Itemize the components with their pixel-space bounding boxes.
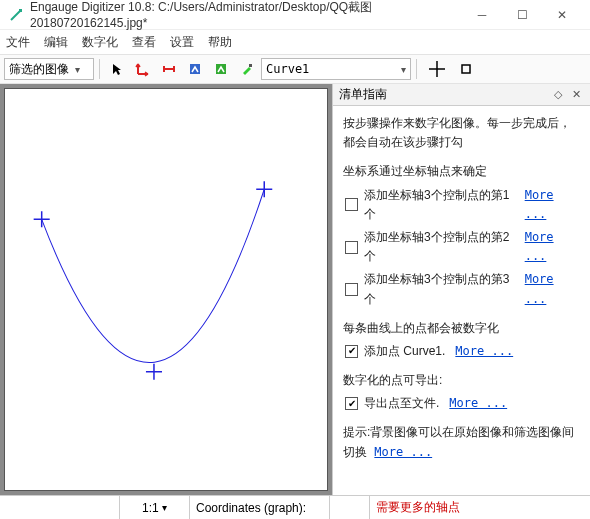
- toolbar: 筛选的图像 ▾ Curve1 ▾: [0, 54, 590, 84]
- chevron-down-icon: ▾: [401, 64, 406, 75]
- status-message: 需要更多的轴点: [370, 496, 590, 519]
- curve-combo-label: Curve1: [266, 62, 309, 76]
- axis-point-2-label: 添加坐标轴3个控制点的第2个: [364, 228, 515, 266]
- main-area: 清单指南 ◇ ✕ 按步骤操作来数字化图像。每一步完成后，都会自动在该步骤打勾 坐…: [0, 84, 590, 495]
- maximize-button[interactable]: ☐: [502, 1, 542, 29]
- panel-header: 清单指南 ◇ ✕: [333, 84, 590, 106]
- box-icon: [454, 57, 478, 81]
- pointer-tool[interactable]: [105, 57, 129, 81]
- curve-add-label: 添加点 Curve1.: [364, 342, 445, 361]
- axis-point-1-label: 添加坐标轴3个控制点的第1个: [364, 186, 515, 224]
- svg-rect-1: [216, 64, 226, 74]
- panel-body: 按步骤操作来数字化图像。每一步完成后，都会自动在该步骤打勾 坐标系通过坐标轴点来…: [333, 106, 590, 495]
- titlebar: Engauge Digitizer 10.8: C:/Users/Adminis…: [0, 0, 590, 30]
- window-title: Engauge Digitizer 10.8: C:/Users/Adminis…: [30, 0, 462, 30]
- crosshair-icon: [422, 57, 452, 81]
- panel-close-icon[interactable]: ✕: [568, 87, 584, 103]
- svg-rect-2: [249, 64, 252, 67]
- filter-combo[interactable]: 筛选的图像 ▾: [4, 58, 94, 80]
- checkbox-checked-icon: [345, 397, 358, 410]
- zoom-value: 1:1: [142, 501, 159, 515]
- checkbox-icon: [345, 198, 358, 211]
- checklist-panel: 清单指南 ◇ ✕ 按步骤操作来数字化图像。每一步完成后，都会自动在该步骤打勾 坐…: [332, 84, 590, 495]
- menu-digitize[interactable]: 数字化: [82, 34, 118, 51]
- chevron-down-icon: ▾: [75, 64, 80, 75]
- axis-point-2-row: 添加坐标轴3个控制点的第2个 More ...: [345, 228, 580, 266]
- checkbox-icon: [345, 241, 358, 254]
- coord-value-cell: [330, 496, 370, 519]
- menu-settings[interactable]: 设置: [170, 34, 194, 51]
- filter-combo-label: 筛选的图像: [9, 61, 69, 78]
- status-spacer: [0, 496, 120, 519]
- zoom-combo[interactable]: 1:1 ▾: [120, 496, 190, 519]
- coord-label-cell: Coordinates (graph):: [190, 496, 330, 519]
- separator: [99, 59, 100, 79]
- axis-point-3-label: 添加坐标轴3个控制点的第3个: [364, 270, 515, 308]
- app-icon: [8, 7, 24, 23]
- more-link[interactable]: More ...: [525, 228, 580, 266]
- menu-edit[interactable]: 编辑: [44, 34, 68, 51]
- more-link[interactable]: More ...: [374, 445, 432, 459]
- undock-icon[interactable]: ◇: [550, 87, 566, 103]
- curve-combo[interactable]: Curve1 ▾: [261, 58, 411, 80]
- more-link[interactable]: More ...: [525, 186, 580, 224]
- svg-rect-3: [462, 65, 470, 73]
- segment-tool[interactable]: [209, 57, 233, 81]
- curve-add-row: 添加点 Curve1. More ...: [345, 342, 580, 361]
- graph-canvas[interactable]: [4, 88, 328, 491]
- chevron-down-icon: ▾: [162, 502, 167, 513]
- export-label: 导出点至文件.: [364, 394, 439, 413]
- minimize-button[interactable]: ─: [462, 1, 502, 29]
- checkbox-checked-icon: [345, 345, 358, 358]
- window-buttons: ─ ☐ ✕: [462, 1, 582, 29]
- more-link[interactable]: More ...: [449, 394, 507, 413]
- color-picker-tool[interactable]: [235, 57, 259, 81]
- scale-tool[interactable]: [157, 57, 181, 81]
- export-section-title: 数字化的点可导出:: [343, 371, 580, 390]
- menu-help[interactable]: 帮助: [208, 34, 232, 51]
- curve-plot: [5, 89, 327, 490]
- menubar: 文件 编辑 数字化 查看 设置 帮助: [0, 30, 590, 54]
- checkbox-icon: [345, 283, 358, 296]
- coord-label: Coordinates (graph):: [196, 501, 306, 515]
- svg-rect-0: [190, 64, 200, 74]
- more-link[interactable]: More ...: [525, 270, 580, 308]
- menu-file[interactable]: 文件: [6, 34, 30, 51]
- intro-text: 按步骤操作来数字化图像。每一步完成后，都会自动在该步骤打勾: [343, 114, 580, 152]
- more-link[interactable]: More ...: [455, 342, 513, 361]
- curve-section-title: 每条曲线上的点都会被数字化: [343, 319, 580, 338]
- axis-tool[interactable]: [131, 57, 155, 81]
- axis-point-3-row: 添加坐标轴3个控制点的第3个 More ...: [345, 270, 580, 308]
- menu-view[interactable]: 查看: [132, 34, 156, 51]
- separator: [416, 59, 417, 79]
- axis-point-1-row: 添加坐标轴3个控制点的第1个 More ...: [345, 186, 580, 224]
- axis-section-title: 坐标系通过坐标轴点来确定: [343, 162, 580, 181]
- curve-point-tool[interactable]: [183, 57, 207, 81]
- panel-title: 清单指南: [339, 86, 387, 103]
- close-button[interactable]: ✕: [542, 1, 582, 29]
- statusbar: 1:1 ▾ Coordinates (graph): 需要更多的轴点: [0, 495, 590, 519]
- export-row: 导出点至文件. More ...: [345, 394, 580, 413]
- canvas-container: [0, 84, 332, 495]
